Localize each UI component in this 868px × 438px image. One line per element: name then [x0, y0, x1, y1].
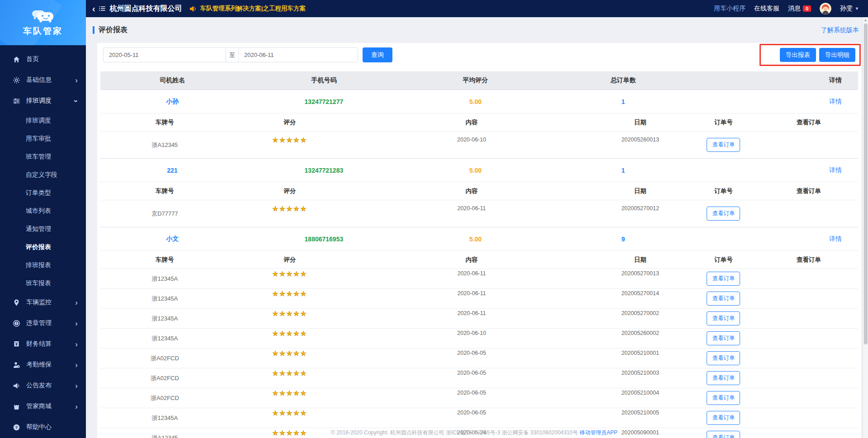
chevron-down-icon: ▼	[855, 6, 859, 11]
base-info-icon	[13, 76, 20, 84]
mini-program-link[interactable]: 用车小程序	[714, 5, 745, 13]
announcement-text: 车队管理系列解决方案|之工程用车方案	[200, 5, 306, 13]
user-menu[interactable]: 孙雯 ▼	[840, 5, 859, 13]
sidebar-subitem-city-list[interactable]: 城市列表	[0, 202, 86, 220]
car-logo-icon	[31, 8, 55, 24]
title-accent-bar	[93, 26, 94, 34]
sidebar-item-finance[interactable]: 财务结算›	[0, 334, 86, 354]
svg-text:?: ?	[15, 425, 18, 429]
monitor-icon	[13, 299, 20, 306]
sidebar-item-label: 帮助中心	[26, 423, 52, 431]
sidebar-subitem-custom-fields[interactable]: 自定义字段	[0, 165, 86, 184]
online-service-link[interactable]: 在线客服	[754, 5, 779, 13]
message-count-badge: 0	[803, 5, 811, 12]
sidebar-item-label: 基础信息	[26, 76, 52, 84]
chevron-right-icon: ›	[75, 76, 78, 84]
sidebar-item-attendance[interactable]: 考勤维保›	[0, 354, 86, 375]
schedule-icon	[13, 97, 20, 105]
sidebar-item-announcement[interactable]: 公告发布›	[0, 375, 86, 396]
chevron-down-icon: ›	[73, 99, 80, 102]
evaluation-table: 司机姓名手机号码平均评分总订单数详情小孙132477212775.001详情车牌…	[100, 71, 858, 438]
brand-name: 车队管家	[23, 25, 63, 37]
messages-label: 消息	[788, 5, 801, 13]
sidebar-item-mall[interactable]: 管家商城›	[0, 396, 86, 417]
topbar: ‹ 杭州圆点科技有限公司 车队管理系列解决方案|之工程用车方案 用车小程序 在线…	[86, 0, 868, 17]
announce-icon	[13, 382, 20, 390]
chevron-right-icon: ›	[75, 403, 78, 410]
sidebar-subitem-vehicle-approval[interactable]: 用车审批	[0, 129, 86, 147]
sidebar-item-label: 首页	[26, 55, 39, 63]
app-window: 车队管家 首页基础信息›排班调度›排班调度用车审批班车管理自定义字段订单类型城市…	[0, 0, 868, 438]
chevron-right-icon: ›	[75, 361, 78, 369]
chevron-right-icon: ›	[75, 382, 78, 390]
sidebar-item-label: 管家商城	[26, 402, 52, 410]
sidebar-subitem-notification-management[interactable]: 通知管理	[0, 220, 86, 238]
sidebar-item-label: 排班调度	[26, 97, 52, 105]
sidebar-item-home[interactable]: 首页	[0, 49, 86, 70]
avatar[interactable]	[820, 3, 831, 14]
sidebar-item-label: 财务结算	[26, 340, 52, 348]
sidebar-item-base-info[interactable]: 基础信息›	[0, 70, 86, 90]
sidebar-item-label: 车辆监控	[26, 298, 52, 306]
brand-logo: 车队管家	[0, 0, 86, 45]
scroll-up-arrow[interactable]: ▲	[863, 17, 868, 23]
company-name: 杭州圆点科技有限公司	[110, 4, 182, 14]
sidebar-subitem-scheduling-report[interactable]: 排班报表	[0, 256, 86, 274]
sidebar-subitem-evaluation-report[interactable]: 评价报表	[0, 238, 86, 256]
announcement-speaker-icon	[189, 5, 197, 12]
order-row: 浙A12345★★★★★2020-05-24202005090001查看订单	[100, 428, 858, 438]
chevron-right-icon: ›	[75, 320, 78, 327]
menu-list-icon[interactable]	[99, 5, 106, 12]
home-icon	[13, 56, 20, 63]
page-title: 评价报表	[99, 25, 127, 35]
attendance-icon	[13, 361, 20, 369]
scrollbar-thumb[interactable]	[864, 24, 868, 344]
violation-icon	[13, 320, 20, 327]
sidebar-item-vehicle-monitor[interactable]: 车辆监控›	[0, 292, 86, 313]
sidebar: 车队管家 首页基础信息›排班调度›排班调度用车审批班车管理自定义字段订单类型城市…	[0, 0, 86, 438]
finance-icon	[13, 340, 20, 348]
collapse-sidebar-icon[interactable]: ‹	[92, 4, 95, 13]
sidebar-subitem-shuttle-report[interactable]: 班车报表	[0, 274, 86, 292]
order-date: 2020-05-24	[350, 429, 593, 436]
review-content	[172, 34, 857, 438]
help-icon: ?	[13, 424, 20, 431]
version-link[interactable]: 了解系统版本	[821, 26, 859, 34]
chevron-right-icon: ›	[75, 340, 78, 348]
sidebar-item-scheduling[interactable]: 排班调度›	[0, 90, 86, 111]
messages-link[interactable]: 消息 0	[788, 5, 811, 13]
sidebar-item-label: 考勤维保	[26, 361, 52, 369]
username: 孙雯	[840, 5, 853, 13]
sidebar-nav: 首页基础信息›排班调度›排班调度用车审批班车管理自定义字段订单类型城市列表通知管…	[0, 45, 86, 438]
mall-icon	[13, 403, 20, 410]
sidebar-subitem-shift-scheduling[interactable]: 排班调度	[0, 111, 86, 129]
admin-app-link[interactable]: 移动管理员APP	[580, 429, 618, 436]
sidebar-item-label: 公告发布	[26, 381, 52, 390]
sidebar-subitem-shuttle-management[interactable]: 班车管理	[0, 147, 86, 165]
content: 评价报表 了解系统版本 至 查询 导出报表 导出明细 司机姓名手机号码平均评分总…	[86, 17, 863, 438]
report-card: 至 查询 导出报表 导出明细 司机姓名手机号码平均评分总订单数详情小孙13247…	[97, 43, 861, 438]
topbar-right: 用车小程序 在线客服 消息 0 孙雯 ▼	[714, 3, 859, 14]
chevron-right-icon: ›	[75, 299, 78, 306]
scrollbar[interactable]: ▲	[863, 17, 868, 438]
sidebar-item-label: 违章管理	[26, 319, 52, 327]
sidebar-item-help[interactable]: ?帮助中心	[0, 417, 86, 438]
sidebar-item-violation[interactable]: 违章管理›	[0, 313, 86, 334]
sidebar-subitem-order-types[interactable]: 订单类型	[0, 184, 86, 202]
